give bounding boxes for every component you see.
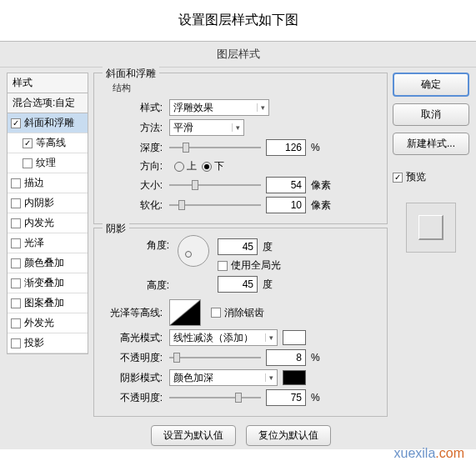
chevron-down-icon: ▾: [232, 123, 240, 132]
style-select[interactable]: 浮雕效果▾: [169, 99, 269, 116]
highlight-opacity-label: 不透明度:: [101, 351, 163, 365]
angle-label: 角度:: [101, 238, 169, 253]
sidebar-checkbox[interactable]: [11, 238, 21, 248]
down-label: 下: [214, 159, 224, 173]
sidebar-item-2[interactable]: 纹理: [8, 153, 88, 173]
direction-label: 方向:: [101, 159, 163, 173]
gloss-contour-label: 光泽等高线:: [101, 306, 163, 320]
size-slider[interactable]: [169, 179, 261, 191]
sidebar-checkbox[interactable]: [23, 158, 33, 168]
highlight-color-swatch[interactable]: [283, 330, 306, 345]
sidebar-checkbox[interactable]: [11, 198, 21, 208]
sidebar-checkbox[interactable]: [23, 138, 33, 148]
sidebar-item-label: 内阴影: [24, 196, 54, 210]
direction-up-radio[interactable]: [174, 162, 184, 172]
highlight-mode-select[interactable]: 线性减淡（添加）▾: [169, 329, 278, 346]
sidebar-checkbox[interactable]: [11, 218, 21, 228]
watermark: xuexila.com: [394, 446, 464, 461]
preview-label: 预览: [406, 170, 426, 184]
layer-style-dialog: 图层样式 样式 混合选项:自定 斜面和浮雕等高线纹理描边内阴影内发光光泽颜色叠加…: [0, 41, 476, 449]
shadow-opacity-unit: %: [311, 392, 320, 403]
sidebar-checkbox[interactable]: [11, 318, 21, 328]
method-label: 方法:: [101, 121, 163, 135]
altitude-input[interactable]: 45: [218, 276, 258, 293]
sidebar-item-4[interactable]: 内阴影: [8, 193, 88, 213]
sidebar-item-label: 内发光: [24, 216, 54, 230]
shadow-mode-select[interactable]: 颜色加深▾: [169, 369, 278, 386]
soften-unit: 像素: [311, 198, 331, 213]
size-unit: 像素: [311, 178, 331, 193]
make-default-button[interactable]: 设置为默认值: [151, 425, 236, 446]
reset-default-button[interactable]: 复位为默认值: [246, 425, 331, 446]
sidebar-checkbox[interactable]: [11, 338, 21, 348]
method-select[interactable]: 平滑▾: [169, 119, 244, 136]
shadow-opacity-label: 不透明度:: [101, 391, 163, 405]
sidebar-checkbox[interactable]: [11, 178, 21, 188]
sidebar-item-5[interactable]: 内发光: [8, 213, 88, 233]
chevron-down-icon: ▾: [265, 373, 273, 382]
structure-legend: 斜面和浮雕: [103, 67, 159, 81]
sidebar-item-11[interactable]: 投影: [8, 333, 88, 353]
global-light-checkbox[interactable]: [218, 261, 228, 271]
style-label: 样式:: [101, 101, 163, 115]
soften-slider[interactable]: [169, 199, 261, 211]
angle-input[interactable]: 45: [218, 238, 258, 255]
ok-button[interactable]: 确定: [393, 73, 469, 97]
sidebar-item-label: 渐变叠加: [24, 276, 64, 290]
shadow-opacity-input[interactable]: 75: [266, 389, 306, 406]
sidebar-item-label: 图案叠加: [24, 296, 64, 310]
structure-sublabel: 结构: [113, 82, 380, 94]
sidebar-item-9[interactable]: 图案叠加: [8, 293, 88, 313]
depth-unit: %: [311, 142, 320, 153]
sidebar-item-3[interactable]: 描边: [8, 173, 88, 193]
soften-label: 软化:: [101, 198, 163, 213]
size-input[interactable]: 54: [266, 177, 306, 193]
sidebar-item-7[interactable]: 颜色叠加: [8, 253, 88, 273]
preview-thumbnail: [406, 203, 456, 253]
chevron-down-icon: ▾: [257, 103, 265, 112]
shadow-opacity-slider[interactable]: [169, 392, 261, 403]
sidebar-item-label: 投影: [24, 336, 44, 350]
chevron-down-icon: ▾: [265, 333, 273, 342]
antialias-checkbox[interactable]: [211, 308, 221, 318]
sidebar-item-8[interactable]: 渐变叠加: [8, 273, 88, 293]
sidebar-checkbox[interactable]: [11, 278, 21, 288]
highlight-opacity-slider[interactable]: [169, 352, 261, 363]
soften-input[interactable]: 10: [266, 197, 306, 213]
right-buttons: 确定 取消 新建样式... 预览: [393, 73, 469, 446]
angle-unit: 度: [263, 240, 273, 254]
sidebar-item-0[interactable]: 斜面和浮雕: [8, 113, 88, 133]
shading-legend: 阴影: [103, 222, 129, 236]
sidebar-item-6[interactable]: 光泽: [8, 233, 88, 253]
shadow-mode-label: 阴影模式:: [101, 371, 163, 385]
up-label: 上: [187, 159, 197, 173]
depth-slider[interactable]: [169, 142, 261, 153]
sidebar-item-label: 等高线: [36, 136, 66, 150]
sidebar-item-1[interactable]: 等高线: [8, 133, 88, 153]
direction-down-radio[interactable]: [202, 162, 212, 172]
antialias-label: 消除锯齿: [224, 306, 264, 320]
highlight-opacity-input[interactable]: 8: [266, 349, 306, 366]
angle-dial[interactable]: [178, 235, 209, 267]
sidebar-item-10[interactable]: 外发光: [8, 313, 88, 333]
blend-options[interactable]: 混合选项:自定: [7, 93, 88, 113]
sidebar-item-label: 描边: [24, 176, 44, 190]
sidebar-checkbox[interactable]: [11, 118, 21, 128]
new-style-button[interactable]: 新建样式...: [393, 133, 469, 155]
sidebar-checkbox[interactable]: [11, 258, 21, 268]
sidebar-item-label: 颜色叠加: [24, 256, 64, 270]
cancel-button[interactable]: 取消: [393, 103, 469, 126]
sidebar-checkbox[interactable]: [11, 298, 21, 308]
global-light-label: 使用全局光: [231, 258, 281, 273]
altitude-label: 高度:: [101, 278, 169, 293]
shadow-color-swatch[interactable]: [283, 370, 306, 385]
size-label: 大小:: [101, 178, 163, 193]
preview-checkbox[interactable]: [393, 173, 403, 183]
sidebar-item-label: 光泽: [24, 236, 44, 250]
main-panel: 斜面和浮雕 结构 样式: 浮雕效果▾ 方法: 平滑▾ 深度: 126 %: [93, 73, 388, 446]
dialog-title: 图层样式: [0, 42, 476, 68]
structure-group: 斜面和浮雕 结构 样式: 浮雕效果▾ 方法: 平滑▾ 深度: 126 %: [93, 73, 388, 224]
gloss-contour-picker[interactable]: [169, 299, 201, 326]
highlight-opacity-unit: %: [311, 352, 320, 363]
depth-input[interactable]: 126: [266, 139, 306, 156]
